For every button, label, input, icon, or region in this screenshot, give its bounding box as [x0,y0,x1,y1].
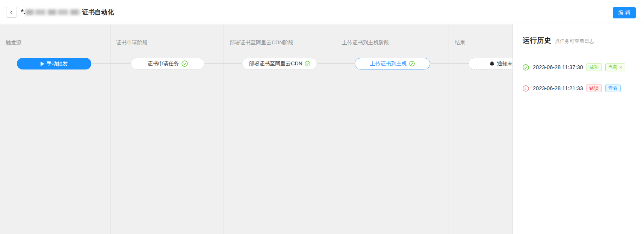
stage-column-upload-host: 上传证书到主机阶段 [336,24,449,234]
redacted-domain [26,9,81,15]
stage-column-cert-request: 证书申请阶段 [110,24,224,234]
task-deploy-cdn[interactable]: 部署证书至阿里云CDN [242,58,317,69]
stage-label: 触发源 [6,39,110,46]
task-label: 部署证书至阿里云CDN [249,60,302,67]
play-icon [41,62,44,66]
run-history-header: 运行历史 点任务可查看日志 [523,36,644,45]
run-history-title: 运行历史 [523,36,551,45]
task-label: 证书申请任务 [148,60,179,67]
run-history-panel: 运行历史 点任务可查看日志 2023-06-28 11:37:30 成功 当前 … [512,24,644,234]
check-circle-icon [523,64,529,71]
manual-trigger-button[interactable]: 手动触发 [17,58,91,69]
task-label: 上传证书到主机 [370,60,407,67]
stage-column-trigger: 触发源 [0,24,110,234]
title-suffix: 证书自动化 [82,8,114,17]
back-button[interactable] [6,7,17,18]
title-prefix: *. [21,8,25,16]
view-log-button[interactable]: 查看 [605,85,621,92]
task-label: 手动触发 [47,60,68,67]
stage-label: 上传证书到主机阶段 [342,39,449,46]
status-badge-error: 错误 [587,85,602,92]
history-entry-success[interactable]: 2023-06-28 11:37:30 成功 当前 × [523,63,644,72]
check-circle-icon [181,60,188,67]
info-circle-icon [523,85,529,92]
current-badge-label: 当前 [608,65,618,70]
chevron-left-icon [9,10,14,15]
task-upload-host[interactable]: 上传证书到主机 [355,58,430,69]
status-badge-success: 成功 [587,63,602,71]
run-timestamp: 2023-06-28 11:37:30 [533,64,583,70]
stage-label: 部署证书至阿里云CDN阶段 [230,39,336,46]
task-cert-request[interactable]: 证书申请任务 [131,58,204,69]
stage-label: 证书申请阶段 [116,39,224,46]
check-circle-icon [305,61,310,66]
page-title: *. 证书自动化 [21,0,114,24]
page-header: *. 证书自动化 编 辑 [0,0,644,24]
run-history-list: 2023-06-28 11:37:30 成功 当前 × 2023-06-28 1… [523,63,644,93]
check-circle-icon [409,61,415,66]
run-timestamp: 2023-06-28 11:21:33 [533,85,583,91]
stage-column-deploy-cdn: 部署证书至阿里云CDN阶段 [224,24,336,234]
bell-icon [489,61,495,67]
edit-button[interactable]: 编 辑 [613,7,636,18]
run-history-hint: 点任务可查看日志 [555,38,594,45]
current-badge: 当前 × [605,63,626,71]
timeline-connector [526,73,526,83]
close-icon[interactable]: × [620,65,623,70]
history-entry-error[interactable]: 2023-06-28 11:21:33 错误 查看 [523,84,644,93]
